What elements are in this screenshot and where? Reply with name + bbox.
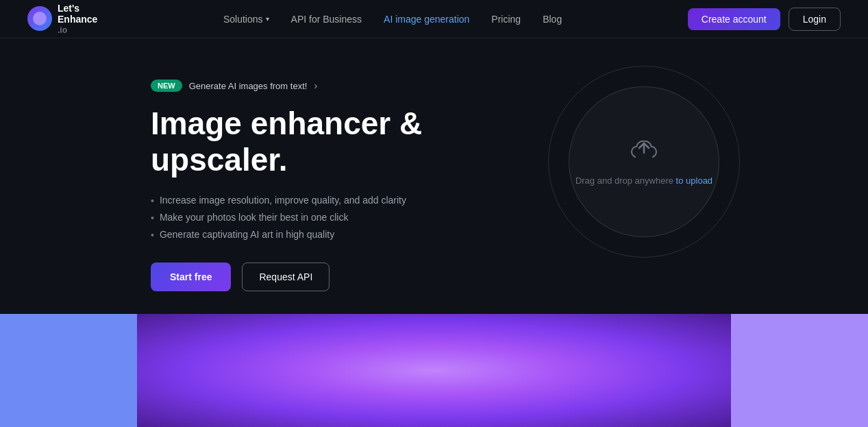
- upload-icon: [630, 138, 658, 169]
- upload-text: Drag and drop anywhere to upload: [575, 175, 712, 186]
- bullet-2: Make your photos look their best in one …: [151, 212, 521, 223]
- nav-solutions[interactable]: Solutions ▾: [223, 14, 269, 25]
- upload-drop-zone[interactable]: Drag and drop anywhere to upload: [569, 86, 719, 237]
- gradient-image: [137, 314, 731, 427]
- logo-text: Let's Enhance.io: [58, 3, 97, 36]
- logo[interactable]: Let's Enhance.io: [27, 3, 97, 36]
- new-badge-wrapper: NEW Generate AI images from text! ›: [151, 80, 521, 92]
- bullet-3: Generate captivating AI art in high qual…: [151, 229, 521, 241]
- nav-api-business[interactable]: API for Business: [291, 14, 362, 25]
- bottom-section: [0, 314, 868, 427]
- bottom-right-bg: [731, 314, 868, 427]
- hero-bullets: Increase image resolution, improve quali…: [151, 195, 521, 241]
- login-button[interactable]: Login: [789, 8, 841, 31]
- request-api-button[interactable]: Request API: [242, 263, 330, 291]
- hero-section: NEW Generate AI images from text! › Imag…: [0, 38, 868, 314]
- nav-blog[interactable]: Blog: [543, 14, 562, 25]
- create-account-button[interactable]: Create account: [688, 8, 780, 30]
- nav-ai-generation[interactable]: AI image generation: [384, 14, 469, 25]
- bullet-1: Increase image resolution, improve quali…: [151, 195, 521, 206]
- chevron-down-icon: ▾: [266, 15, 269, 23]
- start-free-button[interactable]: Start free: [151, 263, 231, 291]
- new-badge: NEW: [151, 80, 182, 92]
- logo-icon: [27, 6, 52, 31]
- hero-buttons: Start free Request API: [151, 263, 521, 291]
- nav-pricing[interactable]: Pricing: [491, 14, 521, 25]
- bottom-left-bg: [0, 314, 137, 427]
- hero-title: Image enhancer & upscaler.: [151, 106, 521, 178]
- navbar: Let's Enhance.io Solutions ▾ API for Bus…: [0, 0, 868, 38]
- upload-circle-outer[interactable]: Drag and drop anywhere to upload: [548, 66, 740, 258]
- svg-point-0: [33, 12, 47, 25]
- nav-links: Solutions ▾ API for Business AI image ge…: [223, 14, 562, 25]
- hero-content: NEW Generate AI images from text! › Imag…: [151, 73, 521, 291]
- upload-link[interactable]: to upload: [676, 175, 713, 186]
- badge-arrow-icon: ›: [314, 80, 317, 91]
- hero-visual: Drag and drop anywhere to upload: [548, 66, 740, 258]
- nav-actions: Create account Login: [688, 8, 841, 31]
- badge-text: Generate AI images from text!: [189, 81, 308, 91]
